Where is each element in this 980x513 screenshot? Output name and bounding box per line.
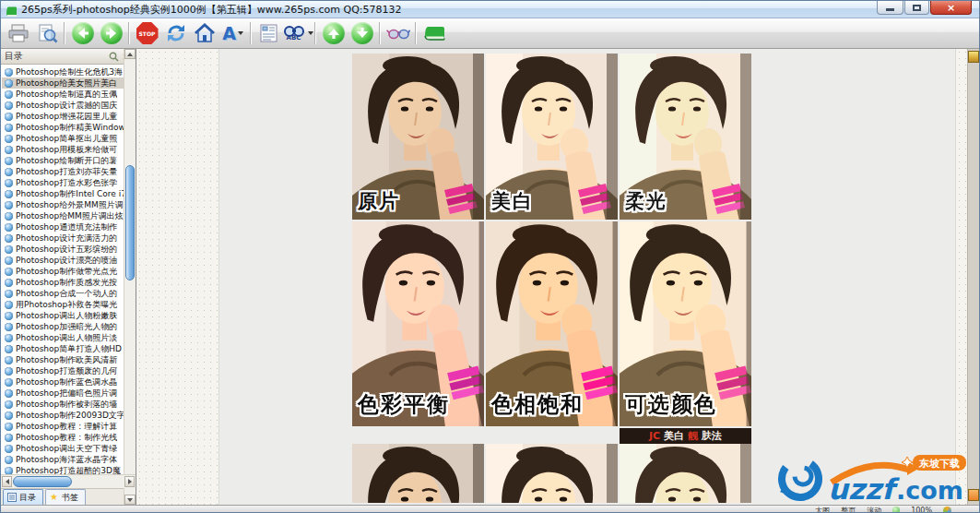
view-mode-fullpage[interactable]: 整页	[841, 507, 856, 513]
photo-row: 原片美白柔光	[352, 54, 751, 220]
minimize-button[interactable]	[877, 1, 903, 15]
sidebar-item-label: Photoshop绘制逼真的玉佩	[16, 89, 117, 100]
sidebar-item[interactable]: Photoshop合成一个动人的	[2, 288, 124, 299]
sidebar-item[interactable]: Photoshop绘制生化危机3海	[2, 66, 124, 78]
page-icon	[5, 190, 13, 198]
search-button[interactable]: ABC	[283, 20, 312, 46]
sidebar-item[interactable]: Photoshop制作Intel Core i7	[2, 188, 124, 199]
sync-toc-button[interactable]	[108, 51, 120, 63]
maximize-button[interactable]	[904, 1, 929, 15]
page-icon	[5, 101, 13, 110]
window-title: 265ps系列-photoshop经典实例1000例【第五辑】www.265ps…	[21, 3, 402, 17]
sidebar-item[interactable]: Photoshop打造颓废的几何	[2, 365, 124, 376]
sidebar-item[interactable]: Photoshop教程：制作光线	[2, 432, 124, 443]
glasses-icon	[386, 27, 410, 40]
sidebar-item[interactable]: Photoshop通道填充法制作	[2, 221, 124, 233]
sidebar-item[interactable]: Photoshop制作蓝色调水晶	[2, 376, 124, 388]
sidebar-item[interactable]: Photoshop制作被剥落的墙	[2, 399, 124, 410]
sidebar-item-label: Photoshop简单打造人物HD	[16, 343, 122, 354]
scroll-right-icon[interactable]	[124, 476, 135, 487]
close-button[interactable]: ×	[930, 1, 972, 15]
sidebar-item[interactable]: Photoshop设计五彩缤纷的	[2, 244, 124, 255]
view-mode-scroll[interactable]: 滚动	[867, 507, 881, 513]
page-icon	[5, 245, 13, 254]
sidebar-horizontal-scrollbar[interactable]	[1, 474, 136, 488]
portrait-photo	[486, 444, 618, 503]
scrollbar-thumb[interactable]	[13, 476, 72, 487]
sidebar-item[interactable]: Photoshop增强花园里儿童	[2, 111, 124, 122]
tab-contents[interactable]: 目录	[3, 489, 43, 505]
print-button[interactable]	[4, 20, 32, 46]
sidebar-item[interactable]: Photoshop制作欧美风清新	[2, 354, 124, 365]
sidebar-item[interactable]: Photoshop绘制逼真的玉佩	[2, 89, 124, 100]
scroll-down-icon[interactable]	[124, 495, 136, 505]
photo-grid: 原片美白柔光色彩平衡色相饱和可选颜色JC美白靓肤法	[352, 54, 751, 503]
content-scrollbar[interactable]	[967, 49, 979, 505]
status-bar: 大图 整页 滚动 100%	[1, 505, 979, 513]
view-mode-large[interactable]: 大图	[815, 507, 830, 513]
sidebar-item[interactable]: Photoshop制作质感发光按	[2, 277, 124, 288]
page-corner-button[interactable]	[968, 51, 979, 63]
photo-cell: 色彩平衡	[352, 221, 484, 426]
scroll-left-icon[interactable]	[2, 476, 12, 487]
sidebar-item[interactable]: Photoshop简单打造人物HD	[2, 343, 124, 354]
sidebar-item[interactable]: Photoshop用模板来给做可	[2, 144, 124, 155]
photo-cell: 柔光	[620, 54, 751, 220]
sidebar-item-label: Photoshop调出人物照片淡	[16, 332, 117, 343]
back-button[interactable]	[68, 20, 97, 46]
sidebar-item-label: Photoshop海洋蓝水晶字体	[16, 454, 117, 465]
page-icon	[5, 400, 13, 409]
sidebar-item[interactable]: Photoshop简单抠出儿童照	[2, 133, 124, 144]
scrollbar-thumb[interactable]	[125, 165, 135, 280]
scroll-up-icon[interactable]	[124, 49, 136, 59]
tab-bookmarks[interactable]: ★ 书签	[45, 489, 86, 505]
toolbar: STOP A ABC	[1, 18, 979, 49]
sidebar-item[interactable]: 用Photoshop补救各类曝光	[2, 299, 124, 310]
sidebar-item-label: Photoshop设计五彩缤纷的	[16, 244, 117, 255]
sidebar-item[interactable]: Photoshop制作做带光点光	[2, 266, 124, 277]
print-preview-button[interactable]	[32, 20, 61, 46]
sidebar-item[interactable]: Photoshop给外景MM照片调	[2, 199, 124, 210]
sidebar-item[interactable]: Photoshop设计充满活力的	[2, 233, 124, 244]
sidebar-item[interactable]: Photoshop绘制断开口的薯	[2, 155, 124, 166]
contents-icon	[7, 493, 17, 502]
sidebar-item-label: Photoshop制作欧美风清新	[16, 354, 117, 365]
sidebar-item[interactable]: Photoshop调出人物粉嫩肤	[2, 310, 124, 321]
sidebar-item[interactable]: Photoshop打造超酷的3D魔	[2, 465, 124, 474]
book-button[interactable]	[419, 20, 448, 46]
sidebar-item[interactable]: Photoshop打造水彩色张学	[2, 177, 124, 188]
sidebar-item[interactable]: Photoshop制作20093D文字	[2, 410, 124, 421]
sidebar-tabs: 目录 ★ 书签	[1, 488, 136, 505]
sidebar-vertical-scrollbar[interactable]	[124, 49, 136, 505]
page-down-button[interactable]	[348, 20, 376, 46]
page-icon	[5, 345, 13, 353]
outline-button[interactable]	[254, 20, 283, 46]
sidebar-item[interactable]: Photoshop给美女照片美白	[2, 78, 124, 89]
sidebar-item-label: Photoshop绘制断开口的薯	[16, 155, 117, 166]
sidebar-item[interactable]: Photoshop制作精美Window	[2, 122, 124, 133]
sidebar-item[interactable]: Photoshop教程：理解计算	[2, 421, 124, 432]
stop-button[interactable]: STOP	[133, 20, 161, 46]
sidebar-item[interactable]: Photoshop设计震撼的国庆	[2, 100, 124, 111]
sidebar-item[interactable]: Photoshop调出天空下青绿	[2, 443, 124, 454]
sidebar-item[interactable]: Photoshop加强暗光人物的	[2, 321, 124, 332]
sidebar-item-label: Photoshop打造刘亦菲矢量	[16, 166, 117, 177]
font-button[interactable]: A	[218, 20, 247, 46]
sidebar-item-label: Photoshop增强花园里儿童	[16, 111, 117, 122]
sidebar-item[interactable]: Photoshop设计漂亮的喷油	[2, 255, 124, 266]
page-up-button[interactable]	[319, 20, 348, 46]
zoom-icon[interactable]	[892, 507, 900, 513]
sidebar-item-label: Photoshop通道填充法制作	[16, 221, 117, 233]
sidebar-item[interactable]: Photoshop调出人物照片淡	[2, 332, 124, 343]
sidebar-item-label: Photoshop加强暗光人物的	[16, 321, 117, 332]
forward-button[interactable]	[97, 20, 125, 46]
sidebar-item[interactable]: Photoshop打造刘亦菲矢量	[2, 166, 124, 177]
home-button[interactable]	[190, 20, 218, 46]
sidebar-item[interactable]: Photoshop把偏暗色照片调	[2, 388, 124, 399]
sidebar-item[interactable]: Photoshop海洋蓝水晶字体	[2, 454, 124, 465]
abc-label: ABC	[287, 35, 301, 42]
reading-mode-button[interactable]	[384, 20, 412, 46]
sidebar-item[interactable]: Photoshop给MM照片调出炫	[2, 210, 124, 221]
page-icon	[5, 223, 13, 232]
refresh-button[interactable]	[161, 20, 190, 46]
